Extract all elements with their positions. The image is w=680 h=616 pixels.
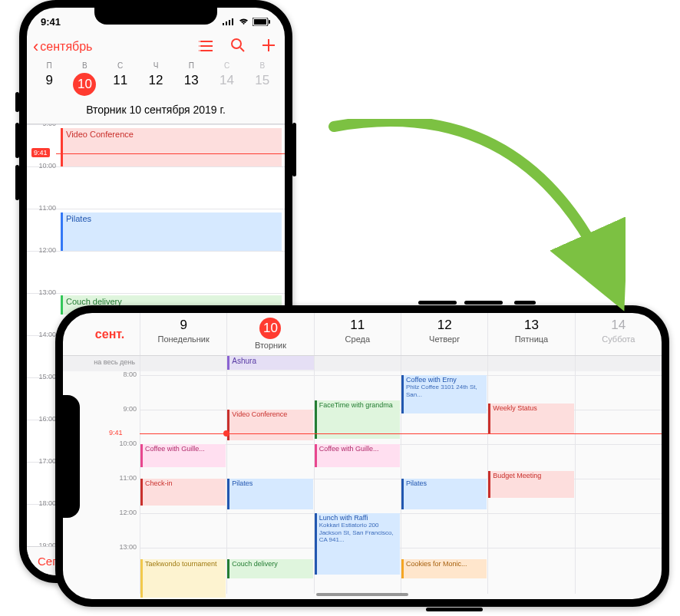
hour-label: 18:00 bbox=[30, 499, 56, 507]
day-column[interactable]: С11 bbox=[103, 61, 138, 96]
allday-cell[interactable] bbox=[575, 356, 662, 371]
weekday-label: Четверг bbox=[401, 334, 487, 344]
weekday-label: С bbox=[209, 61, 244, 70]
allday-cell[interactable]: Ashura bbox=[226, 356, 313, 371]
day-number: 15 bbox=[245, 73, 280, 88]
allday-cell[interactable] bbox=[140, 356, 226, 371]
day-number: 12 bbox=[138, 73, 173, 88]
wifi-icon bbox=[238, 18, 249, 25]
battery-icon bbox=[253, 18, 271, 26]
day-number: 10 bbox=[259, 318, 281, 339]
month-button[interactable]: сент. bbox=[63, 313, 140, 355]
hour-label: 16:00 bbox=[30, 415, 56, 423]
nav-bar: ‹ сентябрь bbox=[27, 32, 285, 60]
search-icon[interactable] bbox=[231, 38, 245, 56]
back-button[interactable]: ‹ сентябрь bbox=[33, 37, 92, 57]
day-column[interactable]: П13 bbox=[173, 61, 209, 96]
now-indicator bbox=[56, 153, 285, 154]
hour-label: 9:00 bbox=[30, 124, 56, 127]
day-number: 12 bbox=[401, 318, 487, 333]
hour-label: 8:00 bbox=[107, 371, 137, 378]
day-number: 13 bbox=[173, 73, 209, 88]
hour-label: 13:00 bbox=[30, 288, 56, 296]
svg-rect-5 bbox=[254, 19, 266, 25]
add-icon[interactable] bbox=[262, 38, 276, 56]
svg-line-14 bbox=[240, 48, 244, 51]
calendar-event[interactable]: Couch delivery bbox=[227, 559, 312, 578]
hour-label: 10:00 bbox=[107, 440, 137, 447]
svg-point-11 bbox=[199, 45, 200, 47]
date-title: Вторник 10 сентября 2019 г. bbox=[27, 96, 285, 124]
calendar-event[interactable]: Pilates bbox=[61, 212, 282, 251]
weekday-label: С bbox=[103, 61, 138, 70]
hour-label: 17:00 bbox=[30, 457, 56, 465]
calendar-event[interactable]: Video Conference bbox=[61, 128, 282, 166]
allday-row: на весь день Ashura bbox=[63, 356, 662, 371]
day-number: 11 bbox=[103, 73, 138, 88]
notch bbox=[94, 8, 217, 25]
calendar-event[interactable]: Coffee with Guille... bbox=[315, 444, 400, 467]
week-header: П9В10С11Ч12П13С14В15 bbox=[27, 60, 285, 96]
cellular-icon bbox=[223, 18, 235, 25]
svg-point-13 bbox=[232, 39, 241, 48]
svg-rect-2 bbox=[229, 20, 230, 25]
weekday-label: П bbox=[173, 61, 209, 70]
day-number: 9 bbox=[140, 318, 226, 333]
day-column[interactable]: С14 bbox=[209, 61, 244, 96]
day-number: 13 bbox=[488, 318, 574, 333]
svg-rect-6 bbox=[269, 20, 270, 24]
hour-label: 9:00 bbox=[107, 405, 137, 413]
svg-point-12 bbox=[199, 50, 200, 51]
calendar-event[interactable]: Coffee with ErnyPhilz Coffee 3101 24th S… bbox=[401, 375, 487, 413]
allday-cell[interactable] bbox=[487, 356, 574, 371]
week-grid[interactable]: 8:009:0010:0011:0012:0013:00Taekwondo to… bbox=[63, 371, 662, 594]
day-column[interactable]: 10Вторник bbox=[226, 313, 313, 355]
calendar-event[interactable]: Coffee with Guille... bbox=[140, 444, 226, 467]
day-number: 11 bbox=[315, 318, 401, 333]
day-column[interactable]: В15 bbox=[245, 61, 280, 96]
calendar-event[interactable]: Pilates bbox=[401, 479, 487, 509]
now-indicator bbox=[140, 433, 662, 434]
hour-label: 10:00 bbox=[30, 162, 56, 170]
day-number: 9 bbox=[31, 73, 67, 88]
weekday-label: Среда bbox=[315, 334, 401, 344]
allday-cell[interactable] bbox=[314, 356, 401, 371]
day-column[interactable]: В10 bbox=[67, 61, 102, 96]
weekday-label: Пятница bbox=[488, 334, 574, 344]
weekday-label: В bbox=[67, 61, 102, 70]
allday-event[interactable]: Ashura bbox=[227, 356, 313, 370]
calendar-event[interactable]: Pilates bbox=[227, 479, 312, 509]
day-column[interactable]: П9 bbox=[31, 61, 67, 96]
weekday-label: Вторник bbox=[227, 341, 313, 350]
calendar-event[interactable]: Cookies for Monic... bbox=[401, 559, 487, 578]
day-column[interactable]: Ч12 bbox=[138, 61, 173, 96]
status-time: 9:41 bbox=[41, 16, 61, 28]
svg-point-10 bbox=[199, 41, 200, 42]
calendar-event[interactable]: Budget Meeting bbox=[488, 471, 573, 498]
calendar-event[interactable]: Lunch with RaffiKokkari Estiatorio 200 J… bbox=[315, 513, 400, 575]
day-column[interactable]: 12Четверг bbox=[401, 313, 487, 355]
calendar-event[interactable]: Taekwondo tournament bbox=[140, 559, 226, 598]
day-column[interactable]: 14Суббота bbox=[575, 313, 662, 355]
weekday-label: Ч bbox=[138, 61, 173, 70]
calendar-event[interactable]: Video Conference bbox=[227, 410, 312, 440]
hour-label: 15:00 bbox=[30, 373, 56, 380]
now-time-label: 9:41 bbox=[109, 429, 123, 436]
day-column[interactable]: 9Понедельник bbox=[140, 313, 226, 355]
calendar-event[interactable]: Check-in bbox=[140, 479, 226, 506]
svg-rect-0 bbox=[223, 23, 224, 25]
allday-cell[interactable] bbox=[401, 356, 487, 371]
hour-label: 13:00 bbox=[107, 543, 137, 551]
list-view-icon[interactable] bbox=[199, 38, 214, 56]
day-number: 14 bbox=[576, 318, 662, 333]
week-header-landscape: сент. 9Понедельник10Вторник11Среда12Четв… bbox=[63, 313, 662, 356]
back-label: сентябрь bbox=[40, 40, 92, 54]
weekday-label: В bbox=[245, 61, 280, 70]
notch bbox=[63, 395, 80, 518]
day-column[interactable]: 11Среда bbox=[314, 313, 401, 355]
day-column[interactable]: 13Пятница bbox=[487, 313, 574, 355]
calendar-event[interactable]: Weekly Status bbox=[488, 404, 573, 434]
weekday-label: Суббота bbox=[576, 334, 662, 344]
home-indicator bbox=[316, 593, 408, 596]
hour-label: 11:00 bbox=[107, 474, 137, 482]
